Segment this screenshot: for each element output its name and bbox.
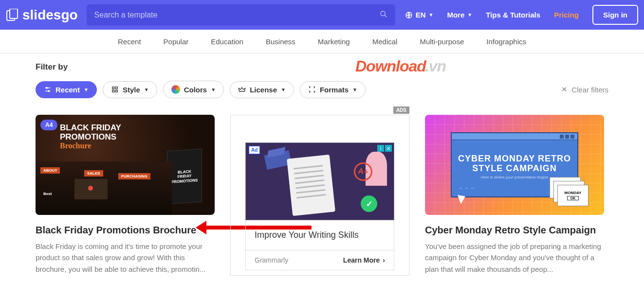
filter-heading: Filter by [36, 62, 608, 72]
paper-icon [287, 155, 335, 216]
svg-rect-9 [112, 87, 114, 89]
ad-content[interactable]: Ad i✕ A+ ✓ Improve Your Writing Skills G… [245, 142, 394, 270]
logo[interactable]: slidesgo [6, 7, 78, 23]
card-description: Black Friday is coming and it's time to … [36, 241, 215, 275]
template-card[interactable]: CYBER MONDAY RETRO STYLE CAMPAIGN Here i… [425, 115, 604, 275]
format-badge: A4 [40, 120, 57, 130]
ad-image: Ad i✕ A+ ✓ [245, 142, 394, 220]
more-label: More [447, 11, 464, 19]
thumb-title-l1: BLACK FRIDAY [60, 124, 121, 133]
svg-rect-10 [115, 87, 117, 89]
thumb-about: ABOUT [40, 167, 60, 174]
filter-row: Recent ▼ Style ▼ Colors ▼ License ▼ Form… [36, 81, 608, 98]
ad-slot: ADS Ad i✕ A+ ✓ Improve Your Writing Skil… [230, 115, 409, 276]
svg-rect-11 [112, 90, 114, 92]
globe-icon [405, 11, 413, 19]
thumb-title-l2: STYLE CAMPAIGN [458, 164, 571, 174]
header: slidesgo EN ▼ More ▼ Tips & Tutorials Pr… [0, 0, 644, 30]
svg-point-8 [48, 90, 50, 92]
language-label: EN [416, 11, 426, 19]
thumb-title-l1: CYBER MONDAY RETRO [458, 154, 571, 164]
window-titlebar [452, 133, 577, 140]
ad-close-icon[interactable]: ✕ [385, 145, 392, 152]
filter-colors[interactable]: Colors ▼ [163, 81, 224, 98]
content: Filter by Recent ▼ Style ▼ Colors ▼ Lice… [0, 53, 644, 283]
card-title: Cyber Monday Retro Style Campaign [425, 225, 604, 236]
thumb-title: CYBER MONDAY RETRO STYLE CAMPAIGN [458, 154, 571, 174]
svg-rect-1 [10, 9, 18, 18]
svg-point-2 [381, 11, 385, 16]
tri-l3: PROMOTIONS [171, 178, 198, 184]
nav-popular[interactable]: Popular [164, 37, 189, 46]
pricing-link[interactable]: Pricing [554, 11, 579, 19]
clear-filters[interactable]: ✕ Clear filters [561, 85, 608, 94]
tips-link[interactable]: Tips & Tutorials [486, 11, 540, 19]
header-right: EN ▼ More ▼ Tips & Tutorials Pricing Sig… [405, 5, 638, 25]
category-nav: Recent Popular Education Business Market… [0, 30, 644, 53]
template-card[interactable]: A4 BLACK FRIDAY PROMOTIONS Brochure BLAC… [36, 115, 215, 275]
nav-marketing[interactable]: Marketing [318, 37, 350, 46]
chevron-down-icon: ▼ [352, 87, 357, 92]
nav-education[interactable]: Education [211, 37, 243, 46]
ad-cta[interactable]: Learn More › [343, 256, 385, 264]
language-selector[interactable]: EN ▼ [405, 11, 434, 19]
crown-icon [238, 86, 246, 93]
search-button[interactable] [380, 10, 387, 19]
nav-business[interactable]: Business [266, 37, 295, 46]
more-link[interactable]: More ▼ [447, 11, 472, 19]
signin-button[interactable]: Sign in [592, 5, 638, 25]
ok-button-icon: OK [567, 196, 579, 200]
ad-info-icon[interactable]: i [377, 145, 384, 152]
cards-grid: A4 BLACK FRIDAY PROMOTIONS Brochure BLAC… [36, 115, 608, 276]
thumb-title-l2: PROMOTIONS [60, 133, 121, 142]
expand-icon [308, 86, 316, 93]
chevron-down-icon: ▼ [144, 87, 149, 92]
card-title: Black Friday Promotions Brochure [36, 225, 215, 236]
chevron-down-icon: ▼ [429, 12, 434, 18]
ad-headline: Improve Your Writing Skills [245, 220, 394, 250]
template-thumbnail: CYBER MONDAY RETRO STYLE CAMPAIGN Here i… [425, 115, 604, 215]
close-icon: ✕ [561, 85, 568, 94]
chevron-down-icon: ▼ [211, 87, 216, 92]
template-thumbnail: A4 BLACK FRIDAY PROMOTIONS Brochure BLAC… [36, 115, 215, 215]
ad-footer: Grammarly Learn More › [245, 250, 394, 270]
chevron-down-icon: ▼ [281, 87, 286, 92]
nav-multipurpose[interactable]: Multi-purpose [420, 37, 464, 46]
filter-formats[interactable]: Formats ▼ [300, 81, 366, 98]
filter-formats-label: Formats [320, 86, 349, 94]
window-controls [560, 135, 574, 139]
thumb-panel: ABOUT SALES PURCHASING Best [36, 161, 172, 215]
search-input[interactable] [94, 11, 380, 19]
wave-icon: ～～～ [459, 185, 476, 192]
thumb-title: BLACK FRIDAY PROMOTIONS Brochure [60, 124, 121, 150]
stack-card-label: MONDAY [565, 191, 582, 195]
ad-controls[interactable]: i✕ [377, 145, 392, 152]
filter-style[interactable]: Style ▼ [103, 81, 157, 98]
chevron-down-icon: ▼ [84, 87, 89, 92]
filter-style-label: Style [123, 86, 140, 94]
svg-line-3 [385, 15, 386, 17]
thumb-map [74, 179, 108, 199]
chevron-down-icon: ▼ [467, 12, 472, 18]
card-description: You've been assigned the job of preparin… [425, 241, 604, 275]
chevron-right-icon: › [383, 256, 385, 264]
nav-infographics[interactable]: Infographics [486, 37, 526, 46]
thumb-purchasing: PURCHASING [118, 173, 150, 179]
thumb-brochure: Brochure [60, 142, 121, 150]
clear-filters-label: Clear filters [571, 86, 608, 94]
grid-icon [111, 86, 119, 93]
sliders-icon [44, 86, 52, 93]
ad-brand: Grammarly [255, 256, 288, 264]
filter-license[interactable]: License ▼ [230, 81, 294, 98]
nav-recent[interactable]: Recent [118, 37, 141, 46]
svg-point-7 [46, 87, 48, 88]
ad-badge: Ad [249, 146, 260, 154]
search-bar[interactable] [87, 4, 395, 26]
filter-recent[interactable]: Recent ▼ [36, 81, 97, 98]
filter-recent-label: Recent [55, 86, 80, 94]
nav-medical[interactable]: Medical [372, 37, 398, 46]
thumb-best: Best [40, 191, 55, 197]
ads-label: ADS [393, 106, 409, 114]
thumb-subtitle: Here is where your presentation begins [480, 175, 548, 179]
search-icon [380, 10, 387, 18]
